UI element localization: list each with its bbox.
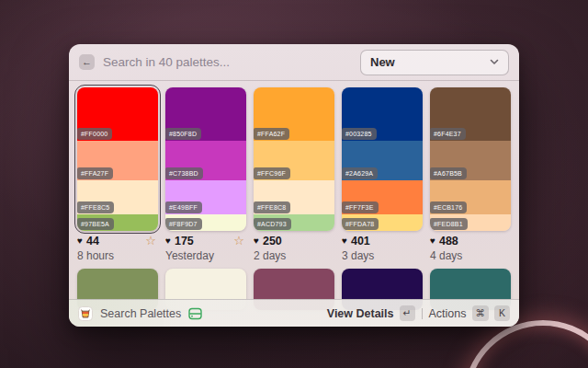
- palette-card-3[interactable]: #FFA62F #FFC96F #FFE8C8 #ACD793 ♥ 250 2 …: [254, 87, 334, 262]
- extension-name: Search Palettes: [100, 307, 181, 320]
- likes-count: 488: [439, 235, 458, 247]
- heart-icon: ♥: [342, 236, 347, 246]
- palette-age: 4 days: [430, 249, 511, 262]
- view-details-label: View Details: [327, 307, 394, 320]
- actions-button[interactable]: Actions ⌘ K: [429, 305, 511, 321]
- likes-count: 175: [175, 235, 194, 247]
- color-hex-label: #850F8D: [165, 128, 201, 140]
- color-band: #2A629A: [342, 141, 423, 180]
- color-band: #A67B5B: [430, 141, 511, 180]
- palette-meta: ♥ 250 2 days: [254, 235, 334, 262]
- palette-swatches: #6F4E37 #A67B5B #ECB176 #FED8B1: [430, 87, 511, 231]
- color-hex-label: #FF7F3E: [342, 201, 379, 213]
- search-input[interactable]: [103, 55, 352, 69]
- color-band: #FFDA78: [342, 214, 423, 231]
- color-hex-label: #2A629A: [342, 167, 378, 179]
- palette-row-1: #FF0000 #FFA27F #FFE8C5 #97BE5A ♥ 44 ☆ 8…: [77, 87, 511, 262]
- heart-icon: ♥: [430, 236, 435, 246]
- palette-swatches: #FF0000 #FFA27F #FFE8C5 #97BE5A: [77, 87, 158, 231]
- color-hex-label: #C738BD: [165, 167, 203, 179]
- enter-keycap: ↵: [400, 305, 415, 321]
- heart-icon: ♥: [254, 236, 259, 246]
- color-band: #FFA62F: [254, 87, 334, 141]
- color-hex-label: #FFC96F: [254, 167, 290, 179]
- color-hex-label: #A67B5B: [430, 167, 467, 179]
- color-hex-label: #F8F9D7: [165, 218, 202, 230]
- actions-label: Actions: [429, 307, 467, 320]
- palette-card-4[interactable]: #003285 #2A629A #FF7F3E #FFDA78 ♥ 401 3 …: [342, 87, 423, 262]
- heart-icon: ♥: [77, 236, 83, 246]
- color-hex-label: #6F4E37: [430, 128, 466, 140]
- color-band: #97BE5A: [77, 214, 158, 231]
- palette-card-2[interactable]: #850F8D #C738BD #E49BFF #F8F9D7 ♥ 175 ☆ …: [165, 87, 246, 262]
- extension-logo-icon: [78, 306, 93, 321]
- palette-card-5[interactable]: #6F4E37 #A67B5B #ECB176 #FED8B1 ♥ 488 4 …: [430, 87, 511, 262]
- color-band: #6F4E37: [430, 87, 511, 141]
- palette-swatches: #FFA62F #FFC96F #FFE8C8 #ACD793: [254, 87, 334, 231]
- likes-count: 44: [86, 235, 99, 247]
- star-icon: ☆: [145, 235, 156, 247]
- palette-search-window: ← New #FF0000 #FFA27F #FFE8C5 #97BE5A: [69, 44, 519, 327]
- color-hex-label: #FFA62F: [254, 128, 289, 140]
- color-hex-label: #E49BFF: [165, 201, 202, 213]
- color-hex-label: #FFDA78: [342, 218, 379, 230]
- heart-icon: ♥: [165, 236, 171, 246]
- color-hex-label: #FFE8C5: [77, 201, 114, 213]
- palette-age: 8 hours: [77, 249, 158, 262]
- color-band: #FF0000: [77, 87, 158, 141]
- palette-swatches: #003285 #2A629A #FF7F3E #FFDA78: [342, 87, 423, 231]
- palette-meta: ♥ 401 3 days: [342, 235, 423, 262]
- palette-age: 2 days: [254, 249, 334, 262]
- color-hex-label: #FF0000: [77, 128, 112, 140]
- color-band: #FFC96F: [254, 141, 334, 180]
- color-band: #ACD793: [254, 214, 334, 231]
- color-hex-label: #FED8B1: [430, 218, 468, 230]
- back-button[interactable]: ←: [79, 54, 95, 70]
- color-band: #ECB176: [430, 180, 511, 214]
- color-hex-label: #97BE5A: [77, 218, 114, 230]
- palette-swatches: #850F8D #C738BD #E49BFF #F8F9D7: [165, 87, 246, 231]
- color-band: #850F8D: [165, 87, 246, 141]
- sort-dropdown[interactable]: New: [360, 50, 509, 75]
- palette-meta: ♥ 175 ☆ Yesterday: [165, 235, 246, 262]
- search-bar: ← New: [69, 44, 519, 81]
- star-icon: ☆: [233, 235, 244, 247]
- palette-drive-icon: [188, 307, 202, 320]
- command-keycap: ⌘: [472, 305, 490, 321]
- k-keycap: K: [494, 305, 510, 321]
- color-band: #C738BD: [165, 141, 246, 180]
- color-hex-label: #ECB176: [430, 201, 467, 213]
- color-hex-label: #FFA27F: [77, 167, 113, 179]
- color-hex-label: #003285: [342, 128, 377, 140]
- palette-age: Yesterday: [165, 249, 246, 262]
- color-hex-label: #ACD793: [254, 218, 291, 230]
- view-details-button[interactable]: View Details ↵: [327, 305, 415, 321]
- color-hex-label: #FFE8C8: [254, 201, 290, 213]
- footer-divider: [422, 308, 423, 319]
- color-band: #003285: [342, 87, 423, 141]
- sort-dropdown-value: New: [370, 55, 395, 69]
- color-band: #FFE8C5: [77, 180, 158, 214]
- color-band: #FFE8C8: [254, 180, 334, 214]
- palette-age: 3 days: [342, 249, 423, 262]
- color-band: #FFA27F: [77, 141, 158, 180]
- footer-actions: View Details ↵ Actions ⌘ K: [327, 305, 510, 321]
- chevron-down-icon: [490, 59, 499, 65]
- likes-count: 401: [351, 235, 370, 247]
- color-band: #F8F9D7: [165, 214, 246, 231]
- color-band: #FF7F3E: [342, 180, 423, 214]
- palette-card-1[interactable]: #FF0000 #FFA27F #FFE8C5 #97BE5A ♥ 44 ☆ 8…: [77, 87, 158, 262]
- footer-bar: Search Palettes View Details ↵ Actions ⌘…: [69, 299, 519, 327]
- back-arrow-icon: ←: [82, 57, 92, 67]
- likes-count: 250: [263, 235, 282, 247]
- palette-meta: ♥ 44 ☆ 8 hours: [77, 235, 158, 262]
- color-band: #E49BFF: [165, 180, 246, 214]
- palette-meta: ♥ 488 4 days: [430, 235, 511, 262]
- color-band: #FED8B1: [430, 214, 511, 231]
- palette-grid: #FF0000 #FFA27F #FFE8C5 #97BE5A ♥ 44 ☆ 8…: [69, 81, 519, 310]
